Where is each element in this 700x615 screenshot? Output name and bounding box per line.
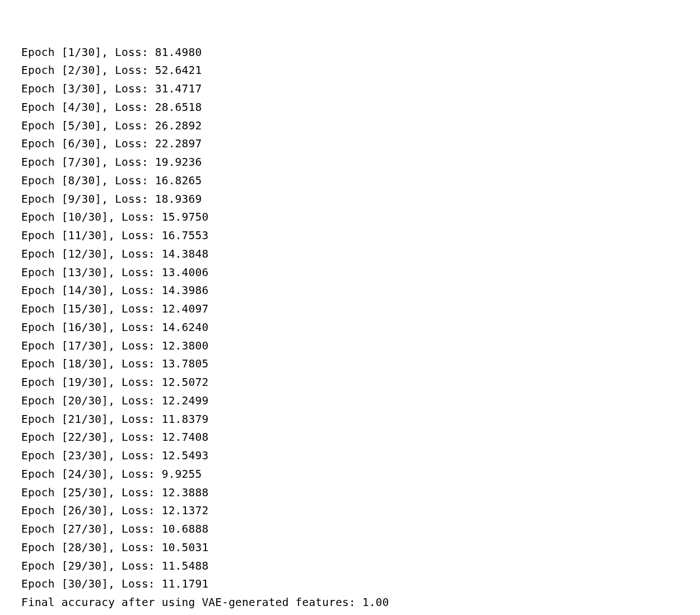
epoch-line: Epoch [19/30], Loss: 12.5072 — [21, 374, 700, 392]
epoch-line: Epoch [10/30], Loss: 15.9750 — [21, 208, 700, 227]
epoch-line: Epoch [7/30], Loss: 19.9236 — [21, 153, 700, 172]
training-output: Epoch [1/30], Loss: 81.4980Epoch [2/30],… — [21, 44, 700, 612]
epoch-line: Epoch [24/30], Loss: 9.9255 — [21, 465, 700, 484]
epoch-line: Epoch [13/30], Loss: 13.4006 — [21, 264, 700, 282]
epoch-line: Epoch [17/30], Loss: 12.3800 — [21, 337, 700, 356]
epoch-line: Epoch [6/30], Loss: 22.2897 — [21, 135, 700, 153]
epoch-line: Epoch [4/30], Loss: 28.6518 — [21, 99, 700, 117]
epoch-line: Epoch [16/30], Loss: 14.6240 — [21, 319, 700, 337]
epoch-line: Epoch [27/30], Loss: 10.6888 — [21, 520, 700, 539]
epoch-line: Epoch [18/30], Loss: 13.7805 — [21, 355, 700, 374]
epoch-line: Epoch [1/30], Loss: 81.4980 — [21, 44, 700, 62]
epoch-line: Epoch [3/30], Loss: 31.4717 — [21, 80, 700, 99]
epoch-line: Epoch [11/30], Loss: 16.7553 — [21, 227, 700, 245]
epoch-line: Epoch [9/30], Loss: 18.9369 — [21, 190, 700, 209]
epoch-line: Epoch [23/30], Loss: 12.5493 — [21, 447, 700, 465]
epoch-line: Epoch [15/30], Loss: 12.4097 — [21, 300, 700, 319]
final-accuracy-line: Final accuracy after using VAE-generated… — [21, 594, 700, 612]
epoch-line: Epoch [2/30], Loss: 52.6421 — [21, 62, 700, 80]
epoch-line: Epoch [5/30], Loss: 26.2892 — [21, 117, 700, 136]
epoch-line: Epoch [28/30], Loss: 10.5031 — [21, 539, 700, 557]
epoch-line: Epoch [20/30], Loss: 12.2499 — [21, 392, 700, 411]
epoch-line: Epoch [21/30], Loss: 11.8379 — [21, 411, 700, 429]
epoch-line: Epoch [30/30], Loss: 11.1791 — [21, 575, 700, 594]
epoch-line: Epoch [25/30], Loss: 12.3888 — [21, 484, 700, 502]
epoch-line: Epoch [12/30], Loss: 14.3848 — [21, 245, 700, 264]
epoch-line: Epoch [8/30], Loss: 16.8265 — [21, 172, 700, 190]
epoch-line: Epoch [26/30], Loss: 12.1372 — [21, 502, 700, 520]
epoch-line: Epoch [14/30], Loss: 14.3986 — [21, 282, 700, 300]
epoch-line: Epoch [22/30], Loss: 12.7408 — [21, 428, 700, 447]
epoch-line: Epoch [29/30], Loss: 11.5488 — [21, 557, 700, 576]
